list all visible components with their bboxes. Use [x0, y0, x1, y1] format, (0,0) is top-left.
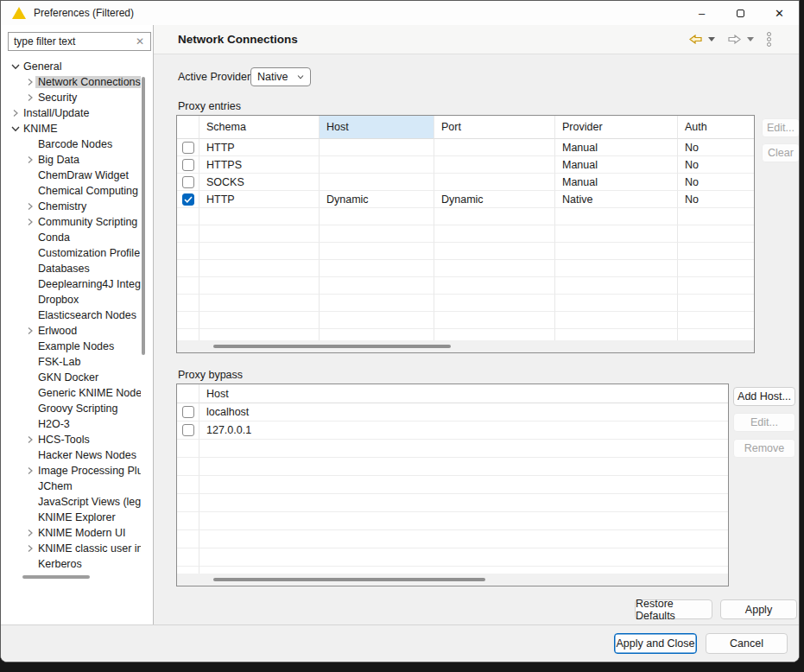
tree-item-barcode-nodes[interactable]: Barcode Nodes — [1, 136, 141, 152]
chevron-collapsed-icon[interactable] — [24, 466, 35, 476]
tree-item-knime-explorer[interactable]: KNIME Explorer — [1, 510, 141, 525]
cell-port — [434, 295, 555, 312]
add-host-button[interactable]: Add Host... — [733, 387, 795, 406]
forward-arrow-icon[interactable] — [728, 35, 741, 44]
tree-item-image-processing-plu[interactable]: Image Processing Plu — [1, 463, 141, 479]
column-header-port[interactable]: Port — [434, 116, 555, 139]
tree-item-fsk-lab[interactable]: FSK-Lab — [1, 354, 141, 370]
chevron-collapsed-icon[interactable] — [24, 155, 35, 165]
checkbox-unchecked[interactable] — [182, 142, 194, 154]
tree-item-h2o-3[interactable]: H2O-3 — [1, 416, 141, 432]
chevron-expanded-icon[interactable] — [9, 61, 21, 72]
tree-item-knime[interactable]: KNIME — [1, 121, 141, 136]
clear-filter-icon[interactable]: ✕ — [136, 35, 150, 48]
chevron-collapsed-icon[interactable] — [24, 434, 35, 445]
tree-item-chemdraw-widget[interactable]: ChemDraw Widget — [1, 168, 141, 183]
tree-item-label: Customization Profile — [35, 247, 141, 259]
chevron-collapsed-icon[interactable] — [24, 201, 35, 212]
close-button[interactable]: ✕ — [760, 1, 799, 25]
tree-item-gkn-docker[interactable]: GKN Docker — [1, 370, 141, 385]
column-header-provider[interactable]: Provider — [555, 116, 678, 139]
tree-item-erlwood[interactable]: Erlwood — [1, 323, 141, 339]
filter-input[interactable] — [9, 35, 136, 48]
tree-item-customization-profile[interactable]: Customization Profile — [1, 245, 141, 261]
maximize-button[interactable] — [721, 1, 760, 25]
tree-item-knime-classic-user-int[interactable]: KNIME classic user int — [1, 541, 141, 556]
tree-item-general[interactable]: General — [1, 59, 141, 74]
tree-item-kerberos[interactable]: Kerberos — [1, 556, 141, 569]
tree-item-network-connections[interactable]: Network Connections — [1, 74, 141, 90]
tree-item-elasticsearch-nodes[interactable]: Elasticsearch Nodes — [1, 307, 141, 323]
checkbox-unchecked[interactable] — [182, 406, 194, 418]
chevron-collapsed-icon[interactable] — [24, 543, 35, 554]
table-row[interactable]: HTTPManualNo — [177, 139, 754, 156]
tree-item-security[interactable]: Security — [1, 90, 141, 105]
chevron-spacer — [24, 481, 35, 491]
edit-button[interactable]: Edit... — [733, 413, 795, 432]
chevron-collapsed-icon[interactable] — [9, 108, 21, 118]
proxy-entries-label: Proxy entries — [178, 100, 241, 112]
tree-item-javascript-views-lega[interactable]: JavaScript Views (lega — [1, 494, 141, 510]
apply-and-close-button[interactable]: Apply and Close — [614, 633, 697, 654]
apply-button[interactable]: Apply — [720, 599, 797, 619]
tree-item-jchem[interactable]: JChem — [1, 479, 141, 494]
tree-item-groovy-scripting[interactable]: Groovy Scripting — [1, 401, 141, 416]
tree-item-databases[interactable]: Databases — [1, 261, 141, 276]
active-provider-select[interactable]: Native — [250, 67, 311, 86]
checkbox-unchecked[interactable] — [182, 159, 194, 171]
column-header-host[interactable]: Host — [320, 116, 434, 139]
maximize-icon — [737, 10, 744, 17]
tree-item-label: Hacker News Nodes — [35, 449, 139, 461]
table-row[interactable]: HTTPDynamicDynamicNativeNo — [177, 191, 754, 208]
tree-item-hcs-tools[interactable]: HCS-Tools — [1, 432, 141, 447]
checkbox-unchecked[interactable] — [182, 424, 194, 436]
chevron-expanded-icon[interactable] — [9, 124, 21, 134]
tree-item-hacker-news-nodes[interactable]: Hacker News Nodes — [1, 447, 141, 463]
table-row[interactable]: 127.0.0.1 — [177, 422, 728, 440]
tree-item-chemistry[interactable]: Chemistry — [1, 199, 141, 214]
tree-vertical-scrollbar[interactable] — [142, 77, 145, 355]
checkbox-unchecked[interactable] — [182, 176, 194, 188]
remove-button[interactable]: Remove — [733, 439, 795, 458]
chevron-collapsed-icon[interactable] — [24, 217, 35, 227]
chevron-collapsed-icon[interactable] — [24, 92, 35, 103]
tree-item-dropbox[interactable]: Dropbox — [1, 292, 141, 307]
edit-button[interactable]: Edit... — [762, 118, 800, 137]
column-header-auth[interactable]: Auth — [678, 116, 754, 139]
table-horizontal-scrollbar[interactable] — [177, 340, 754, 352]
view-menu-icon[interactable] — [767, 32, 771, 47]
filter-box[interactable]: ✕ — [8, 32, 151, 51]
tree-horizontal-scrollbar[interactable] — [8, 574, 148, 580]
tree-item-conda[interactable]: Conda — [1, 230, 141, 245]
minimize-button[interactable]: – — [682, 1, 721, 25]
clear-button[interactable]: Clear — [762, 143, 800, 162]
tree-item-example-nodes[interactable]: Example Nodes — [1, 339, 141, 354]
chevron-collapsed-icon[interactable] — [24, 77, 35, 87]
tree-item-chemical-computing[interactable]: Chemical Computing — [1, 183, 141, 199]
cancel-button[interactable]: Cancel — [706, 633, 788, 654]
restore-defaults-button[interactable]: Restore Defaults — [635, 599, 712, 619]
tree-item-knime-modern-ui[interactable]: KNIME Modern UI — [1, 525, 141, 541]
cell-provider — [555, 329, 678, 340]
back-history-dropdown-icon[interactable] — [708, 37, 715, 41]
chevron-spacer — [24, 419, 35, 429]
proxy-entries-table[interactable]: SchemaHostPortProviderAuthHTTPManualNoHT… — [176, 115, 755, 353]
table-row[interactable]: SOCKSManualNo — [177, 174, 754, 191]
chevron-collapsed-icon[interactable] — [24, 528, 35, 538]
tree-item-install-update[interactable]: Install/Update — [1, 105, 141, 121]
tree-item-deeplearning4j-integr[interactable]: Deeplearning4J Integr — [1, 276, 141, 292]
back-arrow-icon[interactable] — [689, 35, 702, 44]
proxy-bypass-table[interactable]: Hostlocalhost127.0.0.1 — [176, 384, 729, 586]
checkbox-checked[interactable] — [182, 193, 194, 206]
chevron-collapsed-icon[interactable] — [24, 326, 35, 336]
forward-history-dropdown-icon[interactable] — [747, 37, 754, 41]
tree-item-community-scripting[interactable]: Community Scripting — [1, 214, 141, 230]
table-row[interactable]: localhost — [177, 403, 728, 422]
tree-item-big-data[interactable]: Big Data — [1, 152, 141, 168]
tree-item-generic-knime-node[interactable]: Generic KNIME Node — [1, 385, 141, 401]
column-header-host[interactable]: Host — [199, 384, 728, 403]
cell-port — [434, 277, 555, 295]
column-header-schema[interactable]: Schema — [199, 116, 320, 139]
table-horizontal-scrollbar[interactable] — [177, 574, 728, 586]
table-row[interactable]: HTTPSManualNo — [177, 156, 754, 174]
